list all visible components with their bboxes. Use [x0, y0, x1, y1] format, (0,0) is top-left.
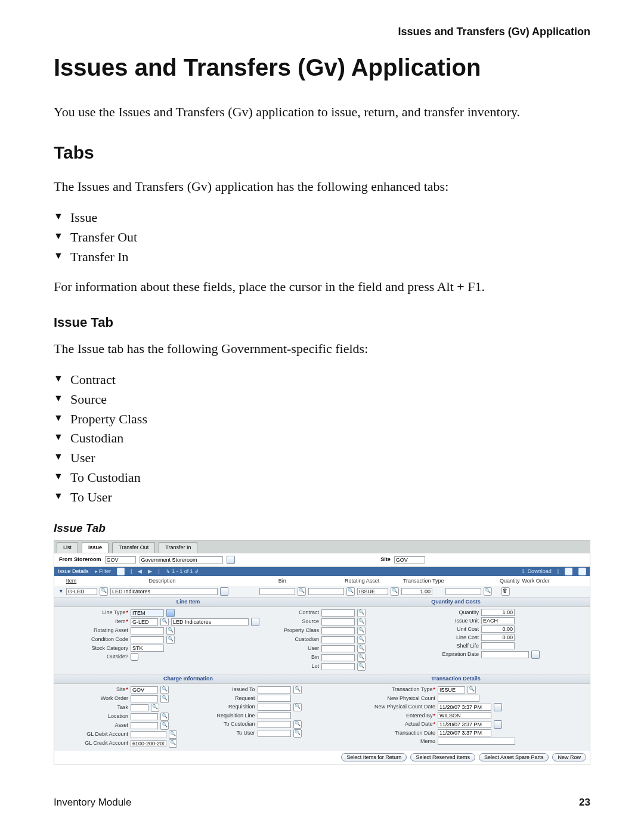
- section-quantity-costs: Quantity and Costs: [322, 597, 590, 607]
- calendar-icon[interactable]: [494, 720, 502, 729]
- ci-gl-credit-lookup-icon[interactable]: [169, 739, 177, 748]
- td-type-label: Transaction Type*: [322, 686, 435, 693]
- ci-work-order-lookup-icon[interactable]: [160, 695, 169, 703]
- td-memo-input[interactable]: [438, 738, 515, 745]
- ci-to-user-lookup-icon[interactable]: [293, 729, 302, 738]
- row-description-detail-icon[interactable]: [220, 587, 228, 596]
- td-type-input[interactable]: [438, 686, 465, 693]
- bin-input[interactable]: [321, 654, 355, 661]
- prev-page-icon[interactable]: ◀: [138, 568, 142, 575]
- ci-asset-input[interactable]: [131, 722, 158, 729]
- row-expander-icon[interactable]: ▾: [58, 587, 64, 595]
- row-transaction-type-input[interactable]: [357, 588, 388, 595]
- tab-issue[interactable]: Issue: [82, 542, 109, 553]
- condition-code-lookup-icon[interactable]: [166, 636, 175, 644]
- panel-quantity-costs: Quantity Issue Unit Unit Cost Line Cost …: [366, 608, 587, 671]
- select-reserved-items-button[interactable]: Select Reserved Items: [410, 753, 475, 761]
- panel-charge-information: Site* Work Order Task Location Asset GL …: [57, 685, 322, 748]
- bin-label: Bin: [259, 654, 319, 661]
- contract-lookup-icon[interactable]: [357, 609, 366, 617]
- row-bin-input[interactable]: [259, 588, 295, 595]
- row-item-input[interactable]: [66, 588, 97, 595]
- ci-location-input[interactable]: [131, 713, 158, 720]
- select-asset-spare-parts-button[interactable]: Select Asset Spare Parts: [479, 753, 549, 761]
- custodian-input[interactable]: [321, 636, 355, 643]
- item-lookup-icon[interactable]: [160, 618, 169, 626]
- item-input[interactable]: [131, 618, 158, 625]
- lot-input[interactable]: [321, 663, 355, 670]
- settings-icon[interactable]: [578, 568, 586, 575]
- help-icon[interactable]: [565, 568, 572, 575]
- property-class-lookup-icon[interactable]: [357, 627, 366, 635]
- item-label: Item*: [57, 618, 128, 625]
- filter-icon[interactable]: [117, 568, 125, 575]
- lot-lookup-icon[interactable]: [357, 662, 366, 671]
- ci-requisition-input[interactable]: [258, 704, 291, 711]
- col-rotating-asset: Rotating Asset: [345, 577, 401, 585]
- row-transaction-type-lookup-icon[interactable]: [391, 587, 399, 596]
- tab-list[interactable]: List: [57, 542, 78, 553]
- col-item[interactable]: Item: [66, 577, 147, 585]
- ci-to-custodian-lookup-icon[interactable]: [293, 720, 302, 729]
- next-page-icon[interactable]: ▶: [148, 568, 152, 575]
- calendar-icon[interactable]: [531, 651, 540, 659]
- ci-issued-to-input[interactable]: [258, 686, 291, 693]
- tab-transfer-in[interactable]: Transfer In: [159, 542, 197, 553]
- row-bin-lookup-icon[interactable]: [298, 587, 306, 596]
- user-lookup-icon[interactable]: [357, 645, 366, 653]
- storeroom-detail-icon[interactable]: [227, 556, 235, 564]
- unit-cost-input[interactable]: [481, 625, 515, 633]
- source-input[interactable]: [321, 618, 355, 625]
- ci-site-lookup-icon[interactable]: [160, 686, 169, 694]
- row-delete-icon[interactable]: [501, 587, 510, 596]
- custodian-lookup-icon[interactable]: [357, 636, 366, 644]
- calendar-icon[interactable]: [494, 703, 502, 711]
- ci-to-user-input[interactable]: [258, 730, 291, 737]
- rotating-asset-input[interactable]: [131, 627, 164, 634]
- download-link[interactable]: ⇩ Download: [521, 568, 552, 575]
- from-storeroom-input[interactable]: [105, 556, 136, 563]
- row-work-order-input[interactable]: [445, 588, 481, 595]
- row-item-lookup-icon[interactable]: [100, 587, 108, 596]
- list-item: Source: [54, 390, 590, 409]
- line-type-dropdown-icon[interactable]: [166, 609, 175, 617]
- row-work-order-lookup-icon[interactable]: [484, 587, 492, 596]
- site-input: [394, 556, 425, 563]
- outside-checkbox[interactable]: [131, 653, 138, 661]
- td-new-count-input[interactable]: [438, 695, 479, 702]
- ci-location-lookup-icon[interactable]: [160, 713, 169, 721]
- td-type-lookup-icon[interactable]: [467, 686, 476, 694]
- ci-asset-lookup-icon[interactable]: [160, 721, 169, 730]
- ci-work-order-input[interactable]: [131, 695, 158, 702]
- ci-gl-debit-input[interactable]: [131, 731, 166, 738]
- ci-to-custodian-input[interactable]: [258, 721, 291, 728]
- ci-gl-debit-lookup-icon[interactable]: [169, 730, 177, 739]
- ci-site-input[interactable]: [131, 686, 158, 693]
- ci-task-lookup-icon[interactable]: [151, 704, 159, 712]
- row-rotating-asset-input[interactable]: [308, 588, 344, 595]
- line-type-select[interactable]: [131, 609, 164, 617]
- row-quantity-input[interactable]: [401, 588, 432, 595]
- condition-code-input[interactable]: [131, 636, 164, 643]
- ci-requisition-lookup-icon[interactable]: [293, 703, 302, 711]
- row-rotating-asset-lookup-icon[interactable]: [346, 587, 355, 596]
- col-bin: Bin: [278, 577, 342, 585]
- td-transaction-date-label: Transaction Date: [322, 729, 435, 737]
- ci-issued-to-lookup-icon[interactable]: [293, 686, 302, 694]
- user-input[interactable]: [321, 645, 355, 652]
- tab-transfer-out[interactable]: Transfer Out: [112, 542, 155, 553]
- tabs-list: Issue Transfer Out Transfer In: [54, 208, 590, 267]
- item-detail-icon[interactable]: [251, 618, 259, 626]
- filter-link[interactable]: ▸ Filter: [95, 568, 112, 575]
- ci-task-input[interactable]: [131, 704, 148, 711]
- td-new-count-date-label: New Physical Count Date: [322, 703, 435, 711]
- quantity-input[interactable]: [481, 609, 515, 616]
- source-lookup-icon[interactable]: [357, 618, 366, 626]
- new-row-button[interactable]: New Row: [552, 753, 586, 761]
- bin-lookup-icon[interactable]: [357, 654, 366, 662]
- select-items-for-return-button[interactable]: Select Items for Return: [341, 753, 407, 761]
- contract-input[interactable]: [321, 609, 355, 617]
- property-class-input[interactable]: [321, 627, 355, 634]
- rotating-asset-lookup-icon[interactable]: [166, 627, 175, 635]
- ci-work-order-label: Work Order: [57, 695, 128, 702]
